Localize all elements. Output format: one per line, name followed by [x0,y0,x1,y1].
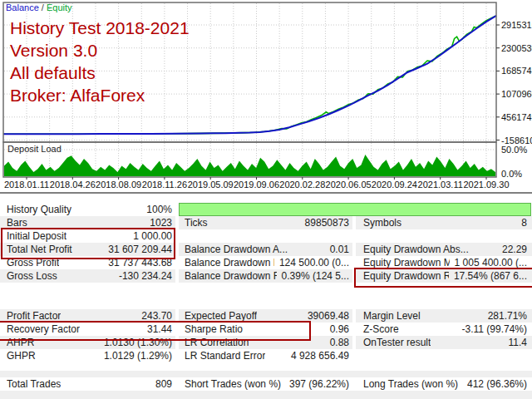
stat-label: Equity Drawdown Rel... [363,270,449,282]
stat-label: Recovery Factor [7,323,80,335]
stat-label: Short Trades (won %) [185,378,281,390]
svg-text:2018.01.11: 2018.01.11 [4,180,49,190]
table-row: AHPR1.0130 (1.30%) LR Correlation0.88 On… [0,336,532,349]
stat-label: Balance Drawdown M... [185,257,274,268]
stat-value: 0.96 [330,323,349,335]
svg-text:2020.02.28: 2020.02.28 [279,180,325,190]
stat-value: 281.71% [488,310,527,322]
legend-separator: / [39,2,47,12]
svg-text:23005308: 23005308 [501,43,532,53]
stat-label: LR Correlation [185,337,249,348]
stat-value: 0.88 [330,337,349,348]
svg-text:2019.05.09: 2019.05.09 [188,180,234,190]
stat-value: 31 737 443.68 [108,257,172,268]
svg-text:2019.09.06: 2019.09.06 [234,180,279,190]
stat-value: 31.44 [147,323,172,335]
stat-label: AHPR [7,337,34,348]
stat-value: 809 [155,378,172,390]
svg-text:2020.09.24: 2020.09.24 [372,180,417,190]
panel-separator [0,192,532,194]
stat-label: LR Standard Error [185,350,265,362]
stat-label: Equity Drawdown Abs... [363,244,469,255]
svg-text:2021.03.11: 2021.03.11 [418,180,463,190]
stat-value: 0.39% (124 5... [282,270,349,282]
svg-text:2018.04.26: 2018.04.26 [50,180,96,190]
stat-value: 1 005 400.00 (... [455,257,527,268]
svg-text:10709602: 10709602 [501,89,532,99]
table-row: GHPR1.0129 (1.29%) LR Standard Error4 92… [0,349,532,362]
stat-label: History Quality [7,204,71,215]
svg-text:4561749: 4561749 [501,112,532,122]
svg-text:16857455: 16857455 [501,66,532,76]
stat-value: 39069.48 [308,310,349,322]
svg-text:Deposit Load: Deposit Load [7,144,62,154]
stat-value: 31 607 209.44 [108,244,172,255]
stat-value: 1.0130 (1.30%) [104,337,172,348]
stat-value: 8 [521,217,527,229]
svg-text:-1586104: -1586104 [501,135,532,145]
stat-value: 0.01 [330,244,349,255]
annotation-line: Version 3.0 [10,39,190,62]
svg-text:29153161: 29153161 [501,20,532,30]
svg-text:2020.06.05: 2020.06.05 [326,180,372,190]
annotation-line: History Test 2018-2021 [10,17,190,39]
chart-legend: Balance / Equity [6,2,72,12]
stat-label: Total Trades [7,378,61,390]
svg-text:50.0%: 50.0% [501,145,527,155]
strategy-tester-report: { "colors": { "balance_blue": "#1414c8",… [0,0,532,399]
stat-value: 412 (96.36%) [467,378,527,390]
stat-value: 397 (96.22%) [289,378,349,390]
annotation-line: Broker: AlfaForex [10,84,190,106]
stat-value: 124 500.00 (0... [279,257,349,268]
stat-value: 1 000.00 [133,230,172,242]
stat-label: Balance Drawdown Re... [185,270,277,282]
table-row: Total Trades809 Short Trades (won %)397 … [0,377,532,391]
legend-equity-label: Equity [47,2,72,12]
table-row: Initial Deposit1 000.00 [0,229,532,243]
stat-label: Gross Loss [7,270,57,282]
stat-label: Symbols [363,217,401,229]
stat-label: Long Trades (won %) [363,378,458,390]
stat-label: Balance Drawdown A... [185,244,288,255]
stat-value: -130 234.24 [119,270,172,282]
stat-label: Equity Drawdown Ma... [363,257,450,268]
table-row: History Quality100% [0,203,532,216]
stat-value: 1023 [150,217,172,229]
balance-equity-chart[interactable]: 291531612300530816857455107096024561749-… [0,0,532,194]
bottom-strip [0,391,532,399]
table-row: Recovery Factor31.44 Sharpe Ratio0.96 Z-… [0,323,532,336]
stat-label: Margin Level [363,310,421,322]
stat-value: 1.0129 (1.29%) [104,350,172,362]
stat-label: Sharpe Ratio [185,323,243,335]
annotation-line: All defaults [10,62,190,84]
stat-value: 89850873 [305,217,349,229]
legend-balance-label: Balance [6,2,39,12]
stat-label: GHPR [7,350,36,362]
stat-value: 100% [146,204,172,215]
table-row: Gross Profit31 737 443.68 Balance Drawdo… [0,256,532,269]
table-row: Total Net Profit31 607 209.44 Balance Dr… [0,243,532,256]
stat-label: Total Net Profit [7,244,72,255]
table-row: Bars1023 Ticks89850873 Symbols8 [0,216,532,229]
history-quality-bar [179,203,531,216]
statistics-table: History Quality100% Bars1023 Ticks898508… [0,203,532,399]
stat-label: Bars [7,217,27,229]
stat-value: 11.4 [509,337,527,348]
table-row: Profit Factor243.70 Expected Payoff39069… [0,309,532,323]
stat-value: 17.54% (867 6... [454,270,527,282]
stat-value: 4 928 656.49 [291,350,349,362]
stat-value: 243.70 [141,310,172,322]
chart-annotation: History Test 2018-2021 Version 3.0 All d… [10,17,190,106]
stat-label: Z-Score [363,323,399,335]
stat-label: Profit Factor [7,310,61,322]
svg-text:0.0%: 0.0% [501,169,522,179]
stat-label: Initial Deposit [7,230,66,242]
stat-label: Expected Payoff [185,310,257,322]
stat-value: -3.11 (99.74%) [462,323,528,335]
svg-text:2021.09.30: 2021.09.30 [463,180,509,190]
svg-text:2018.11.26: 2018.11.26 [142,180,187,190]
stat-label: OnTester result [363,337,431,348]
section-divider [0,371,532,377]
stat-label: Ticks [185,217,208,229]
stat-label: Gross Profit [7,257,59,268]
